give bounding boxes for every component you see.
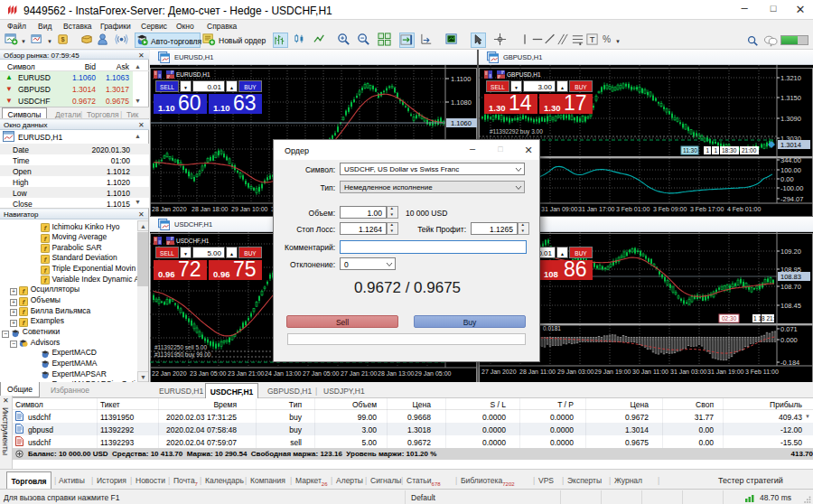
svg-text:1.3090: 1.3090 [780,115,801,123]
svg-text:02:30: 02:30 [722,315,737,322]
svg-text:1.3014: 1.3014 [780,141,801,149]
svg-text:100.00: 100.00 [780,166,801,174]
svg-text:1.1060: 1.1060 [451,119,472,127]
svg-text:28 Jan 13:00: 28 Jan 13:00 [378,370,415,377]
svg-text:#11391950 buy 99.00: #11391950 buy 99.00 [154,351,211,359]
svg-text:27 Jan 05:00: 27 Jan 05:00 [303,370,340,377]
svg-text:1.1100: 1.1100 [451,75,471,83]
svg-text:3 Feb 09:00: 3 Feb 09:00 [653,206,687,212]
svg-text:31 Jan 17:00: 31 Jan 17:00 [578,206,615,212]
svg-text:#11392250 sell 5.00: #11392250 sell 5.00 [154,344,207,350]
svg-text:31 Jan 03:00: 31 Jan 03:00 [670,369,707,375]
svg-text:109.20: 109.20 [780,247,801,256]
svg-text:31 Jan 09:00: 31 Jan 09:00 [541,206,578,212]
svg-text:%: % [603,34,611,44]
svg-text:0.0181: 0.0181 [543,325,561,331]
svg-text:24 Jan 13:00: 24 Jan 13:00 [265,370,302,377]
svg-text:11:30: 11:30 [683,147,697,154]
svg-text:29 Jan 05:00: 29 Jan 05:00 [415,370,452,377]
svg-text:29 Jan 03:00: 29 Jan 03:00 [557,369,594,375]
svg-text:3 Feb 01:00: 3 Feb 01:00 [616,206,649,212]
svg-text:0.00: 0.00 [780,175,794,183]
svg-text:22 Jan 2020: 22 Jan 2020 [152,370,187,377]
svg-text:0.071: 0.071 [780,325,798,333]
svg-text:21:00: 21:00 [742,147,757,154]
svg-text:1.1080: 1.1080 [451,98,472,107]
svg-text:1: 1 [715,147,718,154]
svg-text:1.3210: 1.3210 [780,74,801,82]
svg-text:4 Feb 01:00: 4 Feb 01:00 [727,206,761,212]
svg-text:23 Jan 21:00: 23 Jan 21:00 [228,370,265,377]
svg-text:108.70: 108.70 [780,283,801,291]
svg-text:28 Jan 11:00: 28 Jan 11:00 [519,369,556,375]
svg-text:1 18 21:: 1 18 21: [753,315,775,322]
svg-text:30 Jan 11:00: 30 Jan 11:00 [632,369,668,375]
svg-text:344.00: 344.00 [780,156,801,164]
svg-text:1: 1 [706,147,710,154]
svg-text:18:30: 18:30 [722,147,737,154]
svg-text:#11392292 buy 3.00: #11392292 buy 3.00 [490,128,543,135]
svg-text:31 Jan 19:00: 31 Jan 19:00 [707,369,744,375]
svg-text:108.45: 108.45 [780,302,801,310]
svg-text:27 Jan 21:00: 27 Jan 21:00 [341,370,378,377]
svg-text:29 Jan 10:00: 29 Jan 10:00 [231,206,268,212]
svg-text:108.83: 108.83 [780,273,801,281]
svg-text:23 Jan 05:00: 23 Jan 05:00 [190,370,227,377]
svg-text:-100.00: -100.00 [780,184,803,192]
svg-text:1.3150: 1.3150 [780,94,801,102]
svg-text:28 Jan 2020: 28 Jan 2020 [152,206,187,212]
svg-text:-294.07: -294.07 [780,195,803,203]
svg-text:3 Feb 17:00: 3 Feb 17:00 [690,206,724,212]
svg-text:0.000: 0.000 [780,336,798,344]
svg-text:T: T [590,35,595,44]
svg-text:27 Jan 2020: 27 Jan 2020 [481,369,517,375]
svg-text:29 Jan 19:00: 29 Jan 19:00 [594,369,631,375]
svg-text:28 Jan 18:00: 28 Jan 18:00 [192,206,229,212]
svg-text:3 Feb 11:00: 3 Feb 11:00 [745,369,779,375]
svg-text:-0.184: -0.184 [780,359,799,367]
